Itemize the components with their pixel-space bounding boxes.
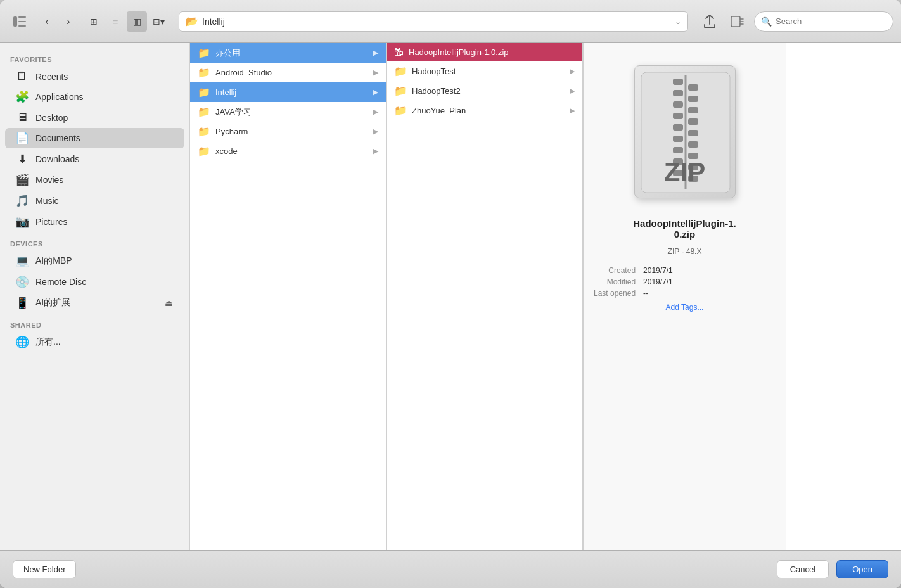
icon-view-button[interactable]: ⊞ (84, 11, 104, 32)
svg-rect-20 (688, 130, 698, 136)
sidebar-item-label: Remote Disc (35, 277, 174, 287)
modified-value: 2019/7/1 (643, 278, 776, 286)
list-item[interactable]: 📁 ZhuoYue_Plan ▶ (387, 101, 582, 120)
list-item[interactable]: 🗜 HadoopIntellijPlugin-1.0.zip (387, 43, 582, 61)
sidebar-item-music[interactable]: 🎵 Music (5, 191, 184, 211)
last-opened-label: Last opened (594, 289, 636, 298)
sidebar-toggle-button[interactable] (8, 10, 32, 34)
list-item[interactable]: 📁 HadoopTest ▶ (387, 61, 582, 81)
svg-rect-10 (673, 113, 683, 119)
path-bar[interactable]: 📂 Intellij ⌄ (179, 11, 688, 32)
add-tags-link[interactable]: Add Tags... (666, 303, 704, 312)
svg-rect-12 (673, 136, 683, 142)
svg-rect-0 (13, 16, 17, 27)
preview-metadata: Created 2019/7/1 Modified 2019/7/1 Last … (594, 266, 776, 298)
sidebar-item-remote-disc[interactable]: 💿 Remote Disc (5, 272, 184, 292)
column-view-button[interactable]: ▥ (127, 11, 147, 32)
svg-rect-11 (673, 124, 683, 131)
sidebar-item-label: Music (35, 196, 174, 206)
eject-button[interactable]: ⏏ (163, 297, 174, 309)
folder-icon: 📁 (198, 67, 210, 79)
list-item[interactable]: 📁 xcode ▶ (190, 141, 386, 161)
column-1: 📁 办公用 ▶ 📁 Android_Studio ▶ 📁 Intellij ▶ … (190, 43, 387, 550)
modified-label: Modified (594, 278, 636, 286)
columns-area: 📁 办公用 ▶ 📁 Android_Studio ▶ 📁 Intellij ▶ … (190, 43, 901, 550)
svg-rect-19 (688, 118, 698, 125)
chevron-right-icon: ▶ (570, 87, 575, 95)
svg-rect-2 (18, 21, 26, 22)
favorites-header: Favorites (0, 48, 189, 66)
list-item[interactable]: 📁 办公用 ▶ (190, 43, 386, 63)
sidebar-item-desktop[interactable]: 🖥 Desktop (5, 108, 184, 127)
zip-preview-icon: ZIP (634, 65, 736, 198)
open-button[interactable]: Open (836, 560, 888, 578)
preview-icon-container: ZIP (622, 56, 748, 208)
documents-icon: 📄 (15, 131, 29, 145)
new-folder-button[interactable]: New Folder (13, 560, 76, 578)
sidebar-item-applications[interactable]: 🧩 Applications (5, 87, 184, 107)
sidebar-item-pictures[interactable]: 📷 Pictures (5, 212, 184, 232)
svg-rect-17 (688, 96, 698, 102)
item-name: Pycharm (215, 127, 368, 136)
network-icon: 🌐 (15, 335, 29, 349)
sidebar-item-label: AI的MBP (35, 255, 174, 267)
list-item[interactable]: 📁 Pycharm ▶ (190, 122, 386, 141)
path-chevron-icon: ⌄ (675, 17, 681, 26)
folder-icon: 📁 (198, 86, 210, 98)
created-label: Created (594, 266, 636, 275)
preview-filename: HadoopIntellijPlugin-1.0.zip (633, 218, 736, 240)
sidebar-item-ai-expansion[interactable]: 📱 AI的扩展 ⏏ (5, 293, 184, 313)
sidebar-item-label: AI的扩展 (35, 297, 157, 309)
forward-button[interactable]: › (58, 11, 79, 32)
nav-buttons: ‹ › (37, 11, 79, 32)
svg-rect-1 (18, 16, 26, 18)
chevron-right-icon: ▶ (373, 108, 378, 116)
svg-rect-9 (673, 101, 683, 108)
list-item[interactable]: 📁 Android_Studio ▶ (190, 63, 386, 82)
laptop-icon: 💻 (15, 254, 29, 268)
cancel-button[interactable]: Cancel (777, 560, 829, 578)
list-view-button[interactable]: ≡ (105, 11, 125, 32)
search-input[interactable] (776, 16, 877, 26)
svg-rect-16 (688, 84, 698, 91)
last-opened-value: -- (643, 289, 776, 298)
sidebar-item-movies[interactable]: 🎬 Movies (5, 170, 184, 190)
sidebar-item-downloads[interactable]: ⬇ Downloads (5, 149, 184, 169)
item-name: HadoopTest (412, 67, 565, 76)
sidebar-item-label: Desktop (35, 113, 174, 123)
search-box[interactable]: 🔍 (754, 11, 893, 32)
item-name: JAVA学习 (215, 106, 368, 118)
sidebar-item-recents[interactable]: 🗒 Recents (5, 67, 184, 86)
list-item[interactable]: 📁 HadoopTest2 ▶ (387, 81, 582, 101)
back-button[interactable]: ‹ (37, 11, 57, 32)
item-name: xcode (215, 146, 368, 156)
path-folder-icon: 📂 (186, 15, 198, 27)
sidebar-item-ai-mbp[interactable]: 💻 AI的MBP (5, 251, 184, 271)
sidebar-item-documents[interactable]: 📄 Documents (5, 128, 184, 148)
preview-panel: ZIP HadoopIntellijPlugin-1.0.zip ZIP - 4… (583, 43, 786, 550)
svg-rect-8 (673, 90, 683, 96)
movies-icon: 🎬 (15, 173, 29, 187)
sidebar-item-label: Pictures (35, 217, 174, 227)
sidebar: Favorites 🗒 Recents 🧩 Applications 🖥 Des… (0, 43, 190, 550)
chevron-right-icon: ▶ (373, 88, 378, 96)
share-button[interactable] (698, 10, 721, 33)
gallery-view-button[interactable]: ⊟▾ (148, 11, 169, 32)
tag-button[interactable] (726, 10, 749, 33)
created-value: 2019/7/1 (643, 266, 776, 275)
music-icon: 🎵 (15, 194, 29, 208)
svg-rect-13 (673, 147, 683, 153)
item-name: ZhuoYue_Plan (412, 106, 565, 115)
list-item[interactable]: 📁 JAVA学习 ▶ (190, 102, 386, 122)
list-item[interactable]: 📁 Intellij ▶ (190, 82, 386, 102)
sidebar-item-all-shared[interactable]: 🌐 所有... (5, 332, 184, 352)
devices-header: Devices (0, 233, 189, 250)
disc-icon: 💿 (15, 275, 29, 289)
sidebar-item-label: Movies (35, 175, 174, 185)
sidebar-item-label: 所有... (35, 336, 174, 348)
search-icon: 🔍 (761, 16, 772, 27)
downloads-icon: ⬇ (15, 152, 29, 166)
shared-header: Shared (0, 314, 189, 331)
pictures-icon: 📷 (15, 215, 29, 229)
applications-icon: 🧩 (15, 90, 29, 104)
